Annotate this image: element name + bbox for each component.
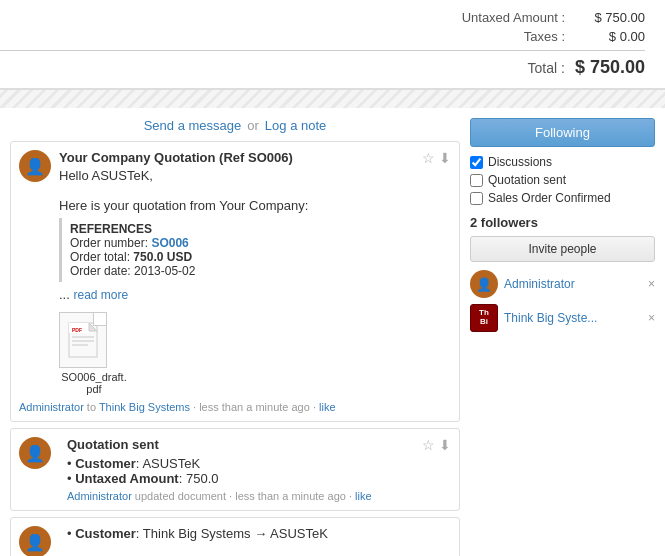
avatar-1: 👤 xyxy=(19,150,51,182)
msg3-body: • Customer: Think Big Systems → ASUSTeK xyxy=(67,526,451,541)
msg2-action: updated document xyxy=(135,490,226,502)
follower-1-remove[interactable]: × xyxy=(648,277,655,291)
msg2-customer: • Customer: ASUSTeK xyxy=(67,456,451,471)
ref-title: REFERENCES xyxy=(70,222,443,236)
ref-order-num-value: SO006 xyxy=(151,236,188,250)
sales-order-checkbox-item: Sales Order Confirmed xyxy=(470,191,655,205)
msg2-amount-label: Untaxed Amount xyxy=(75,471,179,486)
msg3-arrow: → xyxy=(254,526,267,541)
msg1-title: Your Company Quotation (Ref SO006) xyxy=(59,150,451,165)
msg1-time: less than a minute ago xyxy=(199,401,310,413)
sales-order-label: Sales Order Confirmed xyxy=(488,191,611,205)
subscription-checkboxes: Discussions Quotation sent Sales Order C… xyxy=(470,155,655,205)
quotation-sent-checkbox-item: Quotation sent xyxy=(470,173,655,187)
log-note-tab[interactable]: Log a note xyxy=(265,118,326,133)
read-more-link[interactable]: read more xyxy=(73,288,128,302)
msg2-like[interactable]: like xyxy=(355,490,372,502)
msg2-title: Quotation sent xyxy=(67,437,159,452)
svg-rect-4 xyxy=(72,340,94,342)
ref-order-num-label: Order number: xyxy=(70,236,151,250)
discussions-label: Discussions xyxy=(488,155,552,169)
message-card-2: 👤 Quotation sent ☆ ⬇ • Customer: ASUSTeK xyxy=(10,428,460,511)
discussions-checkbox-item: Discussions xyxy=(470,155,655,169)
total-value: $ 750.00 xyxy=(565,57,645,78)
msg2-sep1: · xyxy=(229,490,232,502)
taxes-row: Taxes : $ 0.00 xyxy=(0,29,645,44)
attachment[interactable]: PDF SO006_draft.pdf xyxy=(59,312,129,395)
follower-2: ThBi Think Big Syste... × xyxy=(470,304,655,332)
follower-2-name[interactable]: Think Big Syste... xyxy=(504,311,648,325)
msg1-greeting: Hello ASUSTeK, xyxy=(59,168,451,183)
message-tabs: Send a message or Log a note xyxy=(10,118,460,133)
ref-order-date-value: 2013-05-02 xyxy=(134,264,195,278)
chat-area: Send a message or Log a note ☆ ⬇ 👤 Your … xyxy=(10,118,460,556)
msg3-content: • Customer: Think Big Systems → ASUSTeK xyxy=(67,526,451,541)
msg1-to: to xyxy=(87,401,99,413)
invite-people-button[interactable]: Invite people xyxy=(470,236,655,262)
msg3-customer: • Customer: Think Big Systems → ASUSTeK xyxy=(67,526,451,541)
msg2-sep2: · xyxy=(349,490,352,502)
star-icon-2[interactable]: ☆ xyxy=(422,437,435,453)
msg1-footer: Administrator to Think Big Systems · les… xyxy=(19,401,451,413)
attachment-icon: PDF xyxy=(59,312,107,368)
msg2-customer-label: Customer xyxy=(75,456,136,471)
msg1-body: Hello ASUSTeK, Here is your quotation fr… xyxy=(59,168,451,302)
msg1-author[interactable]: Administrator xyxy=(19,401,84,413)
ref-order-num: Order number: SO006 xyxy=(70,236,443,250)
download-icon-1[interactable]: ⬇ xyxy=(439,150,451,166)
follower-1-avatar: 👤 xyxy=(470,270,498,298)
msg3-customer-label: Customer xyxy=(75,526,136,541)
ref-order-total-value: 750.0 USD xyxy=(133,250,192,264)
followers-title: 2 followers xyxy=(470,215,655,230)
ref-order-date-label: Order date: xyxy=(70,264,134,278)
avatar-3: 👤 xyxy=(19,526,51,556)
msg1-content: Your Company Quotation (Ref SO006) Hello… xyxy=(59,150,451,396)
msg3-to: ASUSTeK xyxy=(270,526,328,541)
tab-or: or xyxy=(247,118,259,133)
msg1-sep1: · xyxy=(193,401,196,413)
sales-order-checkbox[interactable] xyxy=(470,192,483,205)
discussions-checkbox[interactable] xyxy=(470,156,483,169)
follower-1: 👤 Administrator × xyxy=(470,270,655,298)
star-icon-1[interactable]: ☆ xyxy=(422,150,435,166)
follower-1-name[interactable]: Administrator xyxy=(504,277,648,291)
taxes-label: Taxes : xyxy=(405,29,565,44)
download-icon-2[interactable]: ⬇ xyxy=(439,437,451,453)
follower-2-avatar: ThBi xyxy=(470,304,498,332)
svg-rect-5 xyxy=(72,344,88,346)
msg2-author[interactable]: Administrator xyxy=(67,490,132,502)
ref-order-total: Order total: 750.0 USD xyxy=(70,250,443,264)
msg3-from: Think Big Systems xyxy=(143,526,251,541)
untaxed-label: Untaxed Amount : xyxy=(405,10,565,25)
total-row: Total : $ 750.00 xyxy=(0,50,645,78)
quotation-sent-checkbox[interactable] xyxy=(470,174,483,187)
ref-order-total-label: Order total: xyxy=(70,250,133,264)
following-button[interactable]: Following xyxy=(470,118,655,147)
msg2-body: • Customer: ASUSTeK • Untaxed Amount: 75… xyxy=(67,456,451,486)
msg2-customer-value: ASUSTeK xyxy=(142,456,200,471)
main-layout: Send a message or Log a note ☆ ⬇ 👤 Your … xyxy=(0,108,665,556)
msg1-icons: ☆ ⬇ xyxy=(422,150,451,166)
ref-box: REFERENCES Order number: SO006 Order tot… xyxy=(59,218,451,282)
quotation-sent-label: Quotation sent xyxy=(488,173,566,187)
msg1-to-name[interactable]: Think Big Systems xyxy=(99,401,190,413)
svg-rect-3 xyxy=(72,336,94,338)
send-message-tab[interactable]: Send a message xyxy=(144,118,242,133)
ellipsis: ... xyxy=(59,287,70,302)
message-card-1: ☆ ⬇ 👤 Your Company Quotation (Ref SO006)… xyxy=(10,141,460,422)
untaxed-value: $ 750.00 xyxy=(565,10,645,25)
msg1-sep2: · xyxy=(313,401,316,413)
msg2-footer: Administrator updated document · less th… xyxy=(67,490,451,502)
pdf-icon: PDF xyxy=(68,322,98,358)
untaxed-row: Untaxed Amount : $ 750.00 xyxy=(0,10,645,25)
msg2-time: less than a minute ago xyxy=(235,490,346,502)
msg2-amount: • Untaxed Amount: 750.0 xyxy=(67,471,451,486)
avatar-2: 👤 xyxy=(19,437,51,469)
summary-section: Untaxed Amount : $ 750.00 Taxes : $ 0.00… xyxy=(0,0,665,90)
taxes-value: $ 0.00 xyxy=(565,29,645,44)
follower-2-remove[interactable]: × xyxy=(648,311,655,325)
msg2-icons: ☆ ⬇ xyxy=(422,437,451,453)
message-card-3: 👤 • Customer: Think Big Systems → ASUSTe… xyxy=(10,517,460,556)
msg1-like[interactable]: like xyxy=(319,401,336,413)
msg2-content: Quotation sent ☆ ⬇ • Customer: ASUSTeK •… xyxy=(67,437,451,502)
